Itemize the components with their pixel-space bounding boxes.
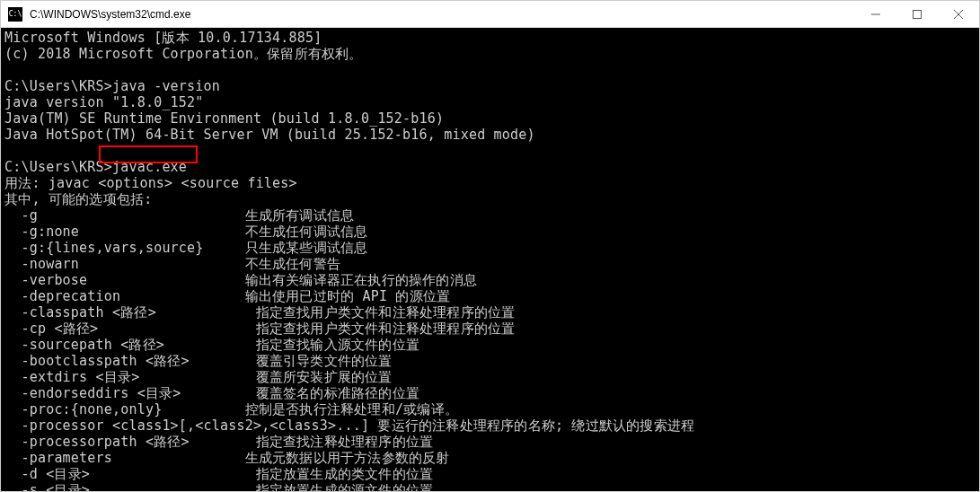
terminal-output[interactable]: Microsoft Windows [版本 10.0.17134.885](c)… <box>1 28 979 491</box>
terminal-line: -nowarn 不生成任何警告 <box>4 256 976 272</box>
terminal-line: -proc:{none,only} 控制是否执行注释处理和/或编译。 <box>4 401 976 417</box>
terminal-line: Java(TM) SE Runtime Environment (build 1… <box>4 110 976 127</box>
svg-rect-1 <box>914 10 922 18</box>
terminal-line: -bootclasspath <路径> 覆盖引导类文件的位置 <box>4 353 976 369</box>
terminal-line: -g:none 不生成任何调试信息 <box>4 224 976 240</box>
terminal-line <box>4 143 976 159</box>
terminal-line: 其中, 可能的选项包括: <box>4 191 976 207</box>
terminal-line: -deprecation 输出使用已过时的 API 的源位置 <box>4 288 976 304</box>
terminal-line: -verbose 输出有关编译器正在执行的操作的消息 <box>4 272 976 288</box>
terminal-line <box>4 62 976 78</box>
terminal-line: C:\Users\KRS>javac.exe <box>4 159 976 175</box>
cmd-window: C:\ C:\WINDOWS\system32\cmd.exe Microsof… <box>0 0 980 492</box>
terminal-line: -classpath <路径> 指定查找用户类文件和注释处理程序的位置 <box>4 304 976 321</box>
terminal-line: C:\Users\KRS>java -version <box>4 78 976 94</box>
window-controls <box>855 1 979 27</box>
terminal-line: (c) 2018 Microsoft Corporation。保留所有权利。 <box>4 46 976 62</box>
terminal-line: Microsoft Windows [版本 10.0.17134.885] <box>4 30 976 46</box>
terminal-line: -sourcepath <路径> 指定查找输入源文件的位置 <box>4 337 976 353</box>
terminal-line: -processor <class1>[,<class2>,<class3>..… <box>4 417 976 434</box>
maximize-button[interactable] <box>896 1 938 27</box>
terminal-line: -d <目录> 指定放置生成的类文件的位置 <box>4 466 976 482</box>
terminal-line: Java HotSpot(TM) 64-Bit Server VM (build… <box>4 127 976 143</box>
cmd-icon: C:\ <box>8 7 22 22</box>
terminal-line: 用法: javac <options> <source files> <box>4 175 976 191</box>
terminal-line: -g:{lines,vars,source} 只生成某些调试信息 <box>4 240 976 256</box>
terminal-line: -processorpath <路径> 指定查找注释处理程序的位置 <box>4 434 976 450</box>
close-button[interactable] <box>938 1 979 27</box>
terminal-line: -parameters 生成元数据以用于方法参数的反射 <box>4 450 976 466</box>
terminal-line: -cp <路径> 指定查找用户类文件和注释处理程序的位置 <box>4 321 976 337</box>
terminal-line: -endorseddirs <目录> 覆盖签名的标准路径的位置 <box>4 385 976 401</box>
terminal-line: -extdirs <目录> 覆盖所安装扩展的位置 <box>4 369 976 385</box>
window-title: C:\WINDOWS\system32\cmd.exe <box>30 8 855 21</box>
titlebar[interactable]: C:\ C:\WINDOWS\system32\cmd.exe <box>1 1 979 28</box>
terminal-line: -s <目录> 指定放置生成的源文件的位置 <box>4 482 976 491</box>
terminal-line: java version "1.8.0_152" <box>4 94 976 110</box>
minimize-button[interactable] <box>855 1 896 27</box>
terminal-line: -g 生成所有调试信息 <box>4 207 976 224</box>
